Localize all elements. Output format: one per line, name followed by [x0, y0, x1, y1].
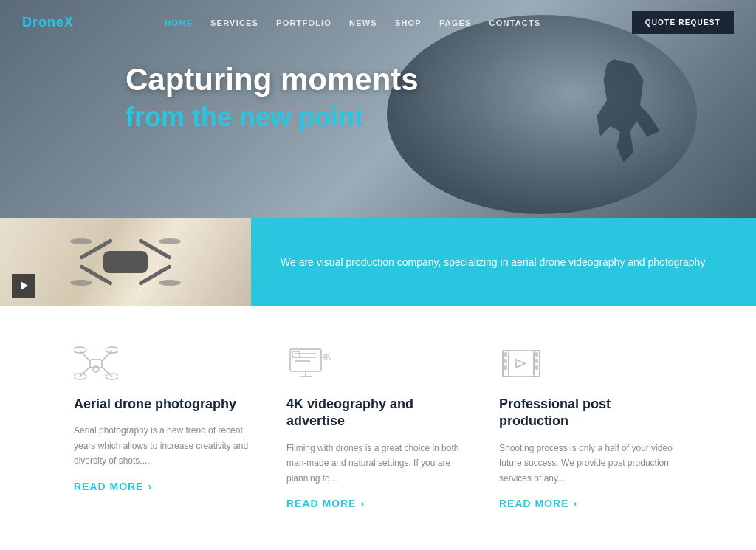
drone-banner: We are visual production company, specia…: [0, 218, 756, 306]
nav-item-portfolio[interactable]: PORTFOLIO: [276, 16, 331, 29]
service-card-aerial: Aerial drone photography Aerial photogra…: [74, 343, 257, 509]
nav-item-contacts[interactable]: CONTACTS: [489, 16, 541, 29]
svg-rect-27: [536, 360, 537, 362]
hero-subheadline: from the new point: [126, 101, 419, 133]
services-grid: Aerial drone photography Aerial photogra…: [74, 343, 682, 509]
quote-request-button[interactable]: QUOTE REQUEST: [632, 11, 734, 34]
service-3-description: Shooting process is only a half of your …: [499, 441, 682, 486]
nav-item-news[interactable]: NEWS: [349, 16, 377, 29]
svg-rect-10: [290, 349, 321, 371]
arrow-icon: ›: [148, 481, 153, 492]
service-2-title: 4K videography and advertise: [286, 396, 470, 430]
navigation: DroneX HOME SERVICES PORTFOLIO NEWS SHOP…: [0, 0, 756, 44]
nav-item-home[interactable]: HOME: [165, 16, 193, 29]
svg-rect-28: [536, 366, 537, 369]
service-card-post: Professional post production Shooting pr…: [499, 343, 682, 509]
svg-point-9: [93, 366, 99, 372]
svg-rect-23: [505, 353, 506, 356]
hero-headline: Capturing moments: [126, 63, 419, 97]
svg-rect-14: [292, 351, 300, 357]
services-section: Aerial drone photography Aerial photogra…: [0, 306, 756, 550]
nav-item-services[interactable]: SERVICES: [210, 16, 258, 29]
hero-text: Capturing moments from the new point: [126, 63, 419, 133]
service-1-read-more[interactable]: READ MORE ›: [74, 481, 257, 492]
arrow-icon: ›: [361, 498, 365, 509]
nav-item-shop[interactable]: SHOP: [395, 16, 422, 29]
service-2-description: Filming with drones is a great choice in…: [286, 441, 470, 486]
nav-item-pages[interactable]: PAGES: [439, 16, 472, 29]
play-button[interactable]: [12, 274, 35, 298]
service-card-4k: 4K 4K videography and advertise Filming …: [286, 343, 470, 509]
svg-marker-29: [516, 360, 525, 368]
nav-links: HOME SERVICES PORTFOLIO NEWS SHOP PAGES …: [165, 16, 540, 29]
logo-text: Drone: [22, 15, 64, 30]
svg-rect-20: [534, 351, 540, 377]
service-1-title: Aerial drone photography: [74, 396, 257, 413]
svg-rect-19: [503, 351, 509, 377]
svg-point-6: [106, 347, 118, 353]
service-2-read-more[interactable]: READ MORE ›: [286, 498, 470, 509]
drone-description: We are visual production company, specia…: [251, 218, 756, 306]
svg-rect-25: [505, 366, 506, 369]
service-1-description: Aerial photography is a new trend of rec…: [74, 423, 257, 468]
logo-accent: X: [64, 15, 74, 30]
svg-rect-26: [536, 353, 537, 356]
drone-illustration: [66, 233, 185, 292]
videography-icon: 4K: [286, 343, 331, 384]
post-production-icon: [499, 343, 543, 384]
service-3-read-more[interactable]: READ MORE ›: [499, 498, 682, 509]
svg-point-5: [74, 347, 86, 353]
service-3-title: Professional post production: [499, 396, 682, 430]
logo[interactable]: DroneX: [22, 15, 74, 30]
drone-image: [0, 218, 251, 306]
svg-text:4K: 4K: [322, 353, 331, 361]
arrow-icon: ›: [574, 498, 578, 509]
svg-rect-24: [505, 360, 506, 362]
aerial-drone-icon: [74, 343, 118, 384]
